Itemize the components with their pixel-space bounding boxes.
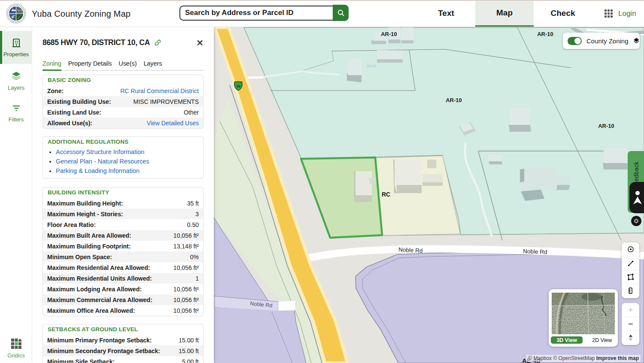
svg-text:AR-10: AR-10 [446, 97, 462, 103]
svg-text:RC: RC [382, 191, 390, 198]
svg-text:AR-10: AR-10 [598, 123, 614, 129]
svg-text:AR-10: AR-10 [537, 31, 553, 37]
svg-text:Noble Rd: Noble Rd [523, 248, 547, 255]
svg-text:Noble Rd: Noble Rd [398, 246, 423, 254]
svg-text:70: 70 [237, 85, 240, 88]
svg-text:AR-10: AR-10 [381, 31, 397, 37]
svg-text:8713: 8713 [367, 64, 376, 68]
